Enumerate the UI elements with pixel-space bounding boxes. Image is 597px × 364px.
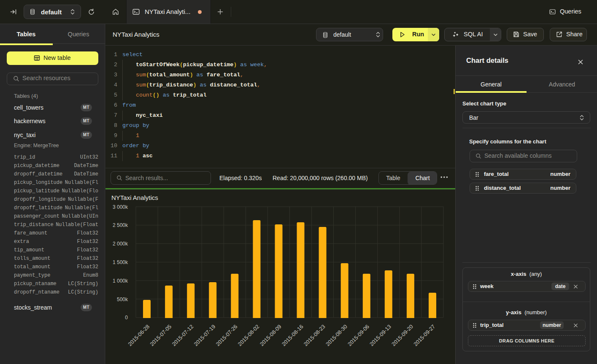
svg-text:1 000k: 1 000k [113,278,128,284]
svg-text:2015-07-12: 2015-07-12 [170,324,194,348]
svg-text:2015-09-27: 2015-09-27 [412,324,436,348]
svg-text:3 000k: 3 000k [113,204,128,210]
svg-text:2015-09-06: 2015-09-06 [346,324,370,348]
svg-text:0: 0 [125,315,128,321]
svg-text:2015-09-13: 2015-09-13 [368,324,392,348]
svg-text:500k: 500k [117,297,128,302]
svg-text:2015-08-30: 2015-08-30 [324,324,348,348]
svg-text:2015-08-02: 2015-08-02 [237,324,261,348]
svg-text:2015-07-19: 2015-07-19 [192,324,216,348]
svg-text:2015-08-09: 2015-08-09 [259,324,283,348]
svg-text:2015-07-05: 2015-07-05 [149,324,173,348]
svg-text:2 000k: 2 000k [113,241,128,247]
svg-text:2015-08-16: 2015-08-16 [281,324,305,348]
svg-text:2015-09-20: 2015-09-20 [390,324,414,348]
svg-text:2015-06-28: 2015-06-28 [127,324,151,348]
svg-text:2015-07-26: 2015-07-26 [215,324,239,348]
svg-text:1 500k: 1 500k [113,259,128,265]
svg-text:2015-08-23: 2015-08-23 [303,324,327,348]
svg-text:2 500k: 2 500k [113,222,128,228]
